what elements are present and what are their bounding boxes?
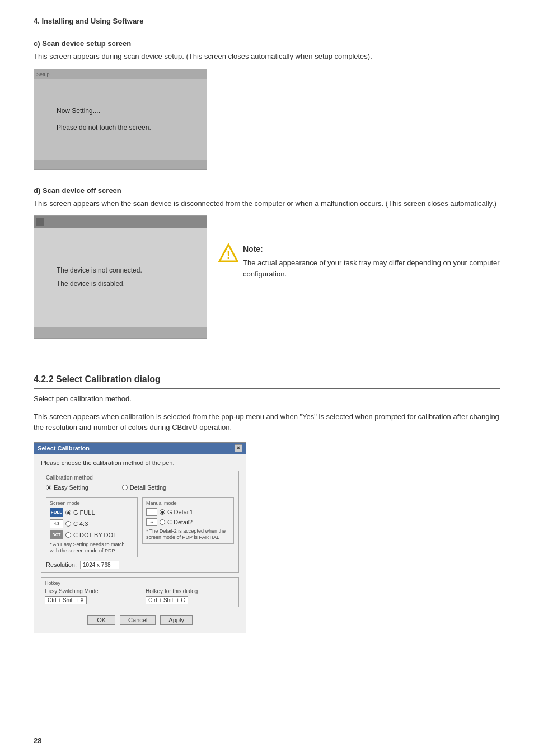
section-title: 4. Installing and Using Software — [34, 17, 500, 29]
note-text: The actual appearance of your task tray … — [243, 257, 500, 279]
radio-detail2-input[interactable] — [160, 519, 165, 525]
option-4-3-text: C 4:3 — [73, 520, 88, 527]
scan-setup-screen: Setup Now Setting.... Please do not touc… — [34, 69, 207, 170]
hotkey-dialog-col-label: Hotkey for this dialog — [146, 588, 235, 594]
option-full-text: G FULL — [73, 509, 95, 516]
section-422-title: 4.2.2 Select Calibration dialog — [34, 374, 500, 389]
note-detail: * The Detail-2 is accepted when the scre… — [146, 528, 230, 541]
dialog-close-button[interactable]: × — [235, 444, 242, 452]
detail1-icon — [146, 508, 157, 516]
subsection-d-description: This screen appears when the scan device… — [34, 198, 500, 209]
note-title: Note: — [243, 243, 500, 255]
hotkey-easy-col-label: Easy Switching Mode — [45, 588, 134, 594]
dialog-titlebar: Select Calibration × — [34, 443, 246, 454]
select-calibration-dialog-wrapper: Select Calibration × Please choose the c… — [34, 442, 500, 633]
hotkey-label: Hotkey — [45, 580, 235, 586]
hotkey-box: Hotkey Easy Switching Mode Ctrl + Shift … — [41, 577, 239, 607]
dialog-title: Select Calibration — [38, 445, 90, 452]
radio-easy-setting[interactable]: Easy Setting — [46, 484, 88, 491]
option-4-3[interactable]: 4:3 C 4:3 — [50, 519, 134, 528]
manual-mode-label: Manual mode — [146, 500, 230, 506]
radio-easy-label: Easy Setting — [54, 484, 88, 491]
radio-4-3-input[interactable] — [65, 521, 71, 527]
hotkey-dialog-value: Ctrl + Shift + C — [146, 596, 188, 604]
page-number: 28 — [34, 736, 41, 745]
off-screen-msg1: The device is not connected. — [57, 266, 142, 274]
note-icon: ! — [218, 243, 238, 265]
hotkey-easy-value: Ctrl + Shift + X — [45, 596, 87, 604]
option-detail1[interactable]: G Detail1 — [146, 508, 230, 516]
detail2-icon: ▪▪ — [146, 518, 157, 526]
scan-off-screen: The device is not connected. The device … — [34, 215, 207, 339]
radio-detail-input[interactable] — [122, 485, 128, 490]
option-detail2[interactable]: ▪▪ C Detail2 — [146, 518, 230, 526]
setup-screen-msg1: Now Setting.... — [57, 107, 100, 115]
hotkey-dialog-col: Hotkey for this dialog Ctrl + Shift + C — [146, 588, 235, 604]
select-calibration-dialog: Select Calibration × Please choose the c… — [34, 442, 246, 633]
setup-screen-msg2: Please do not touch the screen. — [57, 124, 151, 132]
off-screen-msg2: The device is disabled. — [57, 280, 125, 288]
radio-dot-input[interactable] — [65, 532, 71, 538]
subsection-c-label: c) Scan device setup screen — [34, 39, 500, 48]
radio-full-input[interactable] — [65, 510, 71, 515]
resolution-label: Resolution: — [46, 561, 77, 568]
resolution-input: 1024 x 768 — [80, 561, 119, 569]
dialog-buttons: OK Cancel Apply — [41, 612, 239, 627]
4-3-icon: 4:3 — [50, 519, 63, 528]
note-easy: * An Easy Setting needs to match with th… — [50, 542, 134, 555]
option-full[interactable]: FULL G FULL — [50, 508, 134, 517]
screen-mode-label: Screen mode — [50, 500, 134, 506]
section-422-intro1: Select pen calibration method. — [34, 393, 500, 405]
option-detail1-text: G Detail1 — [167, 509, 193, 515]
dot-icon: DOT — [50, 530, 63, 539]
option-dot-text: C DOT BY DOT — [73, 532, 117, 538]
section-422-intro2: This screen appears when calibration is … — [34, 411, 500, 433]
subsection-d-label: d) Scan device off screen — [34, 186, 500, 195]
radio-detail1-input[interactable] — [160, 509, 165, 515]
manual-mode-box: Manual mode G Detail1 ▪▪ C Detail2 — [142, 497, 234, 544]
calibration-method-label: Calibration method — [46, 475, 234, 481]
radio-easy-input[interactable] — [46, 485, 51, 490]
dialog-intro-text: Please choose the calibration method of … — [41, 459, 239, 466]
hotkey-easy-col: Easy Switching Mode Ctrl + Shift + X — [45, 588, 134, 604]
calibration-method-box: Calibration method Easy Setting Detail S… — [41, 471, 239, 573]
ok-button[interactable]: OK — [87, 615, 115, 625]
subsection-c-description: This screen appears during scan device s… — [34, 51, 500, 62]
apply-button[interactable]: Apply — [160, 615, 193, 625]
cancel-button[interactable]: Cancel — [120, 615, 156, 625]
option-dot-by-dot[interactable]: DOT C DOT BY DOT — [50, 530, 134, 539]
full-icon: FULL — [50, 508, 63, 517]
radio-detail-setting[interactable]: Detail Setting — [122, 484, 166, 491]
radio-detail-label: Detail Setting — [130, 484, 166, 491]
svg-text:!: ! — [227, 250, 230, 261]
screen-mode-box: Screen mode FULL G FULL 4:3 C 4:3 — [46, 497, 138, 557]
option-detail2-text: C Detail2 — [167, 519, 193, 525]
